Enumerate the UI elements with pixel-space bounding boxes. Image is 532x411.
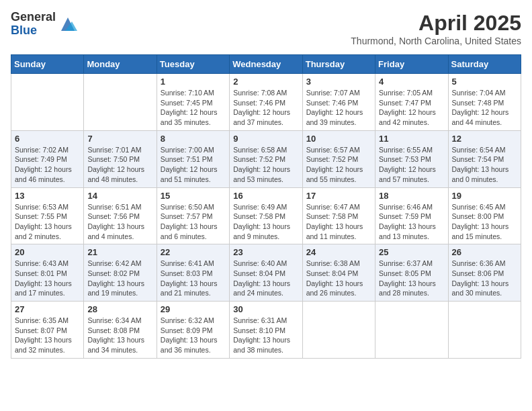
- day-info: Sunrise: 6:50 AMSunset: 7:57 PMDaylight:…: [161, 202, 226, 242]
- day-number: 27: [15, 304, 80, 314]
- calendar-day-23: 23Sunrise: 6:40 AMSunset: 8:04 PMDayligh…: [230, 244, 302, 302]
- logo: General Blue: [11, 11, 77, 38]
- day-number: 11: [379, 134, 444, 144]
- calendar-empty-cell: [84, 74, 157, 131]
- day-info: Sunrise: 6:37 AMSunset: 8:05 PMDaylight:…: [379, 259, 444, 298]
- calendar-day-24: 24Sunrise: 6:38 AMSunset: 8:04 PMDayligh…: [302, 244, 375, 302]
- calendar-day-27: 27Sunrise: 6:35 AMSunset: 8:07 PMDayligh…: [11, 302, 84, 359]
- day-info: Sunrise: 6:49 AMSunset: 7:58 PMDaylight:…: [233, 202, 298, 242]
- day-info: Sunrise: 6:54 AMSunset: 7:54 PMDaylight:…: [452, 145, 517, 185]
- day-info: Sunrise: 7:08 AMSunset: 7:46 PMDaylight:…: [233, 88, 298, 128]
- location-text: Thurmond, North Carolina, United States: [351, 36, 521, 46]
- logo-blue-text: Blue: [11, 24, 56, 38]
- day-number: 15: [161, 191, 226, 201]
- weekday-header-row: SundayMondayTuesdayWednesdayThursdayFrid…: [11, 55, 521, 74]
- calendar-day-30: 30Sunrise: 6:31 AMSunset: 8:10 PMDayligh…: [230, 302, 302, 359]
- calendar-day-10: 10Sunrise: 6:57 AMSunset: 7:52 PMDayligh…: [302, 130, 375, 187]
- calendar-day-29: 29Sunrise: 6:32 AMSunset: 8:09 PMDayligh…: [157, 302, 229, 359]
- day-info: Sunrise: 6:31 AMSunset: 8:10 PMDaylight:…: [233, 316, 298, 355]
- calendar-day-11: 11Sunrise: 6:55 AMSunset: 7:53 PMDayligh…: [375, 130, 448, 187]
- weekday-header-thursday: Thursday: [302, 55, 375, 74]
- calendar-day-12: 12Sunrise: 6:54 AMSunset: 7:54 PMDayligh…: [448, 130, 521, 187]
- day-number: 19: [452, 191, 517, 201]
- calendar-week-row: 13Sunrise: 6:53 AMSunset: 7:55 PMDayligh…: [11, 187, 521, 244]
- day-number: 6: [15, 134, 80, 144]
- logo-general-text: General: [11, 11, 56, 24]
- weekday-header-wednesday: Wednesday: [230, 55, 302, 74]
- calendar-day-4: 4Sunrise: 7:05 AMSunset: 7:47 PMDaylight…: [375, 74, 448, 131]
- calendar-day-26: 26Sunrise: 6:36 AMSunset: 8:06 PMDayligh…: [448, 244, 521, 302]
- calendar-day-5: 5Sunrise: 7:04 AMSunset: 7:48 PMDaylight…: [448, 74, 521, 131]
- calendar-day-19: 19Sunrise: 6:45 AMSunset: 8:00 PMDayligh…: [448, 187, 521, 244]
- weekday-header-sunday: Sunday: [11, 55, 84, 74]
- calendar-day-22: 22Sunrise: 6:41 AMSunset: 8:03 PMDayligh…: [157, 244, 229, 302]
- day-info: Sunrise: 6:47 AMSunset: 7:58 PMDaylight:…: [306, 202, 371, 242]
- calendar-week-row: 27Sunrise: 6:35 AMSunset: 8:07 PMDayligh…: [11, 302, 521, 359]
- day-info: Sunrise: 6:53 AMSunset: 7:55 PMDaylight:…: [15, 202, 80, 242]
- day-info: Sunrise: 7:01 AMSunset: 7:50 PMDaylight:…: [87, 145, 152, 185]
- calendar-day-6: 6Sunrise: 7:02 AMSunset: 7:49 PMDaylight…: [11, 130, 84, 187]
- day-number: 12: [452, 134, 517, 144]
- title-block: April 2025 Thurmond, North Carolina, Uni…: [351, 11, 521, 46]
- day-number: 2: [233, 77, 298, 87]
- day-info: Sunrise: 7:00 AMSunset: 7:51 PMDaylight:…: [161, 145, 226, 185]
- weekday-header-friday: Friday: [375, 55, 448, 74]
- weekday-header-monday: Monday: [84, 55, 157, 74]
- day-info: Sunrise: 6:58 AMSunset: 7:52 PMDaylight:…: [233, 145, 298, 185]
- day-info: Sunrise: 6:40 AMSunset: 8:04 PMDaylight:…: [233, 259, 298, 298]
- day-number: 5: [452, 77, 517, 87]
- calendar-day-9: 9Sunrise: 6:58 AMSunset: 7:52 PMDaylight…: [230, 130, 302, 187]
- day-info: Sunrise: 6:42 AMSunset: 8:02 PMDaylight:…: [87, 259, 152, 298]
- calendar-day-16: 16Sunrise: 6:49 AMSunset: 7:58 PMDayligh…: [230, 187, 302, 244]
- day-number: 21: [87, 247, 152, 257]
- calendar-day-28: 28Sunrise: 6:34 AMSunset: 8:08 PMDayligh…: [84, 302, 157, 359]
- page-header: General Blue April 2025 Thurmond, North …: [11, 11, 521, 46]
- calendar-table: SundayMondayTuesdayWednesdayThursdayFrid…: [11, 54, 521, 359]
- calendar-empty-cell: [448, 302, 521, 359]
- day-info: Sunrise: 7:02 AMSunset: 7:49 PMDaylight:…: [15, 145, 80, 185]
- day-info: Sunrise: 6:34 AMSunset: 8:08 PMDaylight:…: [87, 316, 152, 355]
- calendar-day-13: 13Sunrise: 6:53 AMSunset: 7:55 PMDayligh…: [11, 187, 84, 244]
- day-info: Sunrise: 6:43 AMSunset: 8:01 PMDaylight:…: [15, 259, 80, 298]
- calendar-day-8: 8Sunrise: 7:00 AMSunset: 7:51 PMDaylight…: [157, 130, 229, 187]
- day-number: 17: [306, 191, 371, 201]
- calendar-day-18: 18Sunrise: 6:46 AMSunset: 7:59 PMDayligh…: [375, 187, 448, 244]
- day-number: 4: [379, 77, 444, 87]
- calendar-day-14: 14Sunrise: 6:51 AMSunset: 7:56 PMDayligh…: [84, 187, 157, 244]
- day-info: Sunrise: 6:35 AMSunset: 8:07 PMDaylight:…: [15, 316, 80, 355]
- day-number: 14: [87, 191, 152, 201]
- calendar-empty-cell: [302, 302, 375, 359]
- day-number: 7: [87, 134, 152, 144]
- day-info: Sunrise: 7:07 AMSunset: 7:46 PMDaylight:…: [306, 88, 371, 128]
- day-number: 28: [87, 304, 152, 314]
- calendar-week-row: 1Sunrise: 7:10 AMSunset: 7:45 PMDaylight…: [11, 74, 521, 131]
- calendar-week-row: 6Sunrise: 7:02 AMSunset: 7:49 PMDaylight…: [11, 130, 521, 187]
- logo-icon: [58, 15, 77, 34]
- month-title: April 2025: [351, 11, 521, 36]
- calendar-day-2: 2Sunrise: 7:08 AMSunset: 7:46 PMDaylight…: [230, 74, 302, 131]
- day-number: 8: [161, 134, 226, 144]
- calendar-day-17: 17Sunrise: 6:47 AMSunset: 7:58 PMDayligh…: [302, 187, 375, 244]
- calendar-empty-cell: [11, 74, 84, 131]
- day-number: 29: [161, 304, 226, 314]
- day-number: 1: [161, 77, 226, 87]
- day-info: Sunrise: 6:41 AMSunset: 8:03 PMDaylight:…: [161, 259, 226, 298]
- day-number: 10: [306, 134, 371, 144]
- calendar-day-25: 25Sunrise: 6:37 AMSunset: 8:05 PMDayligh…: [375, 244, 448, 302]
- weekday-header-tuesday: Tuesday: [157, 55, 229, 74]
- day-number: 30: [233, 304, 298, 314]
- day-number: 24: [306, 247, 371, 257]
- day-number: 23: [233, 247, 298, 257]
- day-number: 26: [452, 247, 517, 257]
- day-number: 18: [379, 191, 444, 201]
- calendar-day-7: 7Sunrise: 7:01 AMSunset: 7:50 PMDaylight…: [84, 130, 157, 187]
- calendar-day-1: 1Sunrise: 7:10 AMSunset: 7:45 PMDaylight…: [157, 74, 229, 131]
- day-info: Sunrise: 6:45 AMSunset: 8:00 PMDaylight:…: [452, 202, 517, 242]
- day-number: 3: [306, 77, 371, 87]
- day-info: Sunrise: 6:51 AMSunset: 7:56 PMDaylight:…: [87, 202, 152, 242]
- day-number: 9: [233, 134, 298, 144]
- day-number: 13: [15, 191, 80, 201]
- day-info: Sunrise: 6:32 AMSunset: 8:09 PMDaylight:…: [161, 316, 226, 355]
- day-info: Sunrise: 7:04 AMSunset: 7:48 PMDaylight:…: [452, 88, 517, 128]
- day-info: Sunrise: 6:36 AMSunset: 8:06 PMDaylight:…: [452, 259, 517, 298]
